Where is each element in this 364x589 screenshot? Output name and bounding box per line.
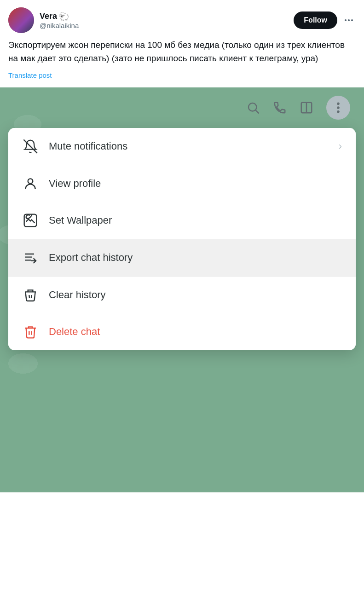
menu-item-clear-history[interactable]: Clear history xyxy=(8,277,356,313)
svg-line-10 xyxy=(23,139,37,153)
export-icon xyxy=(22,249,39,266)
translate-post-link[interactable]: Translate post xyxy=(8,71,52,79)
header-actions: Follow xyxy=(294,12,356,29)
delete-icon xyxy=(22,323,39,340)
search-button[interactable] xyxy=(246,101,260,115)
export-chat-label: Export chat history xyxy=(49,252,342,264)
clear-icon xyxy=(22,287,39,303)
display-name: Vera 🐑 xyxy=(40,12,79,22)
wallpaper-icon xyxy=(22,212,39,229)
chevron-right-icon: › xyxy=(339,140,342,152)
svg-point-11 xyxy=(28,179,33,184)
username: @nikalaikina xyxy=(40,22,79,29)
delete-chat-label: Delete chat xyxy=(49,326,342,338)
menu-item-set-wallpaper[interactable]: Set Wallpaper xyxy=(8,202,356,239)
emoji-icon: 🐑 xyxy=(59,12,69,22)
layout-button[interactable] xyxy=(300,101,313,115)
svg-point-1 xyxy=(348,19,350,21)
clear-history-label: Clear history xyxy=(49,289,342,301)
avatar xyxy=(8,7,34,33)
more-menu-button[interactable] xyxy=(326,96,350,120)
menu-item-delete-chat[interactable]: Delete chat xyxy=(8,313,356,350)
view-profile-label: View profile xyxy=(49,178,342,190)
user-info: Vera 🐑 @nikalaikina xyxy=(40,12,79,29)
follow-button[interactable]: Follow xyxy=(294,12,337,29)
svg-point-9 xyxy=(338,111,339,113)
svg-point-0 xyxy=(345,19,347,21)
context-menu: Mute notifications › View profile xyxy=(8,128,356,350)
mute-icon xyxy=(22,138,39,155)
svg-point-7 xyxy=(338,103,339,104)
tweet-user: Vera 🐑 @nikalaikina xyxy=(8,7,79,33)
more-options-button[interactable] xyxy=(342,13,356,27)
call-button[interactable] xyxy=(273,101,287,115)
svg-point-2 xyxy=(351,19,353,21)
profile-icon xyxy=(22,175,39,192)
svg-line-4 xyxy=(256,110,259,114)
telegram-background: Mute notifications › View profile xyxy=(0,87,364,492)
menu-item-export-chat[interactable]: Export chat history xyxy=(8,239,356,276)
tg-toolbar xyxy=(0,87,364,128)
mute-label: Mute notifications xyxy=(49,140,329,152)
tweet-header: Vera 🐑 @nikalaikina Follow xyxy=(8,7,356,33)
tweet-body: Экспортируем жсон переписки на 100 мб бе… xyxy=(8,39,356,65)
tweet-area: Vera 🐑 @nikalaikina Follow Экспортируем … xyxy=(0,0,364,87)
set-wallpaper-label: Set Wallpaper xyxy=(49,214,342,226)
menu-item-view-profile[interactable]: View profile xyxy=(8,165,356,202)
menu-item-mute[interactable]: Mute notifications › xyxy=(8,128,356,165)
svg-point-3 xyxy=(248,103,257,111)
svg-point-8 xyxy=(338,107,339,109)
